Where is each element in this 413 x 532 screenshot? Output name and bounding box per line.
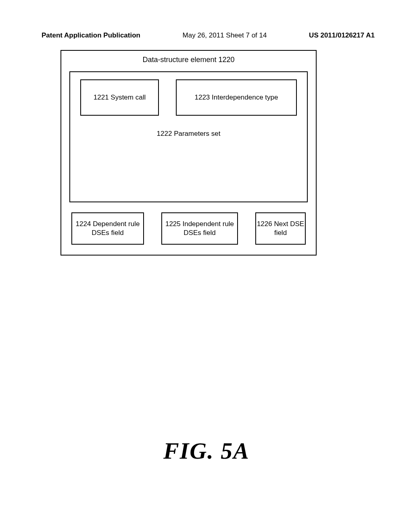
publication-number: US 2011/0126217 A1 (309, 31, 375, 39)
dependent-rule-box: 1224 Dependent rule DSEs field (71, 212, 144, 245)
publication-label: Patent Application Publication (42, 31, 140, 39)
inner-box: 1221 System call 1223 Interdependence ty… (69, 71, 308, 202)
next-dse-box: 1226 Next DSE field (255, 212, 306, 245)
data-structure-diagram: Data-structure element 1220 1221 System … (60, 50, 317, 256)
figure-label: FIG. 5A (0, 437, 413, 464)
page-header: Patent Application Publication May 26, 2… (0, 0, 413, 39)
date-sheet-info: May 26, 2011 Sheet 7 of 14 (183, 31, 267, 39)
diagram-title: Data-structure element 1220 (69, 56, 308, 64)
interdependence-type-box: 1223 Interdependence type (176, 79, 297, 116)
system-call-box: 1221 System call (80, 79, 159, 116)
top-row: 1221 System call 1223 Interdependence ty… (80, 79, 297, 116)
bottom-row: 1224 Dependent rule DSEs field 1225 Inde… (69, 212, 308, 245)
independent-rule-box: 1225 Independent rule DSEs field (161, 212, 238, 245)
parameters-set-label: 1222 Parameters set (80, 130, 297, 138)
